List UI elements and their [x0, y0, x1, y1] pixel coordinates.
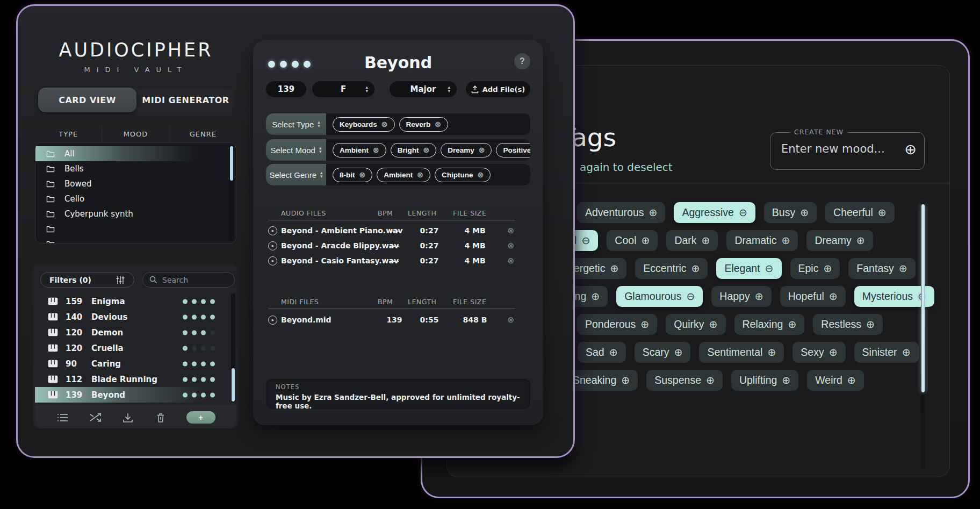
track-row-demon[interactable]: 120 Demon [35, 325, 236, 340]
tag-restless[interactable]: Restless⊕ [813, 314, 883, 335]
tag-uplifting[interactable]: Uplifting⊕ [731, 370, 798, 391]
scrollbar-thumb[interactable] [921, 204, 925, 392]
download-button[interactable] [121, 411, 135, 425]
tag-happy[interactable]: Happy⊕ [711, 286, 771, 307]
remove-file-button[interactable]: ⊗ [507, 241, 514, 250]
remove-icon[interactable]: ⊗ [381, 120, 388, 128]
tag-sinister[interactable]: Sinister⊕ [854, 342, 919, 363]
folder-item-cyberpunk-synth[interactable]: Cyberpunk synth [35, 206, 236, 221]
search-input[interactable] [162, 276, 227, 284]
tag-label: Sexy [801, 346, 824, 359]
play-button[interactable]: ▸ [268, 256, 277, 266]
select-mood-dropdown[interactable]: Select Mood ▴▾ [266, 139, 326, 161]
chip-reverb[interactable]: Reverb⊗ [399, 117, 449, 132]
add-track-button[interactable]: + [186, 411, 215, 424]
remove-file-button[interactable]: ⊗ [507, 226, 514, 235]
chip-ambient-genre[interactable]: Ambient⊗ [377, 168, 430, 182]
remove-file-button[interactable]: ⊗ [507, 315, 514, 325]
tag-sneaking[interactable]: Sneaking⊕ [565, 370, 638, 391]
tag-ponderous[interactable]: Ponderous⊕ [577, 314, 657, 335]
folder-item-bells[interactable]: Bells [35, 161, 236, 176]
create-mood-add-button[interactable]: ⊕ [904, 141, 917, 158]
select-type-dropdown[interactable]: Select Type ▴▾ [266, 113, 326, 135]
tag-hopeful[interactable]: Hopeful⊕ [780, 286, 846, 307]
minus-circle-icon: ⊖ [765, 262, 774, 275]
chip-chiptune[interactable]: Chiptune⊗ [435, 168, 491, 182]
tag-eccentric[interactable]: Eccentric⊕ [635, 258, 708, 279]
track-row-blade-running[interactable]: 112 Blade Running [35, 371, 236, 387]
notes-box[interactable]: NOTES Music by Ezra Sandzer-Bell, approv… [266, 379, 530, 409]
tags-scrollbar[interactable] [921, 202, 925, 469]
tag-relaxing[interactable]: Relaxing⊕ [734, 314, 805, 335]
tag-suspense[interactable]: Suspense⊕ [646, 370, 723, 391]
bpm-field[interactable]: 139 [266, 81, 306, 97]
chip-positive[interactable]: Positive⊗ [496, 143, 530, 157]
tag-sexy[interactable]: Sexy⊕ [792, 342, 845, 363]
tag-fantasy[interactable]: Fantasy⊕ [848, 258, 915, 279]
chip-keyboards[interactable]: Keyboards⊗ [333, 117, 395, 132]
folder-item-drone[interactable] [35, 221, 236, 236]
remove-icon[interactable]: ⊗ [435, 120, 441, 128]
tag-busy[interactable]: Busy⊕ [764, 202, 817, 223]
track-row-caring[interactable]: 90 Caring [35, 356, 236, 371]
list-view-button[interactable] [56, 411, 70, 425]
help-button[interactable]: ? [514, 53, 530, 69]
tag-quirky[interactable]: Quirky⊕ [666, 314, 725, 335]
tag-sentimental[interactable]: Sentimental⊕ [699, 342, 784, 363]
tag-scary[interactable]: Scary⊕ [635, 342, 691, 363]
scale-select[interactable]: Major ▴▾ [390, 81, 457, 97]
add-files-button[interactable]: Add File(s) [466, 81, 530, 97]
tag-dark[interactable]: Dark⊕ [666, 230, 718, 251]
play-button[interactable]: ▸ [268, 241, 277, 250]
tag-epic[interactable]: Epic⊕ [790, 258, 840, 279]
remove-icon[interactable]: ⊗ [423, 146, 429, 154]
tag-sad[interactable]: Sad⊕ [578, 342, 626, 363]
track-row-enigma[interactable]: 159 Enigma [35, 293, 236, 309]
filters-button[interactable]: Filters (0) [40, 272, 134, 288]
scale-value: Major [410, 84, 436, 94]
select-genre-dropdown[interactable]: Select Genre ▴▾ [266, 164, 326, 185]
scrollbar-thumb[interactable] [232, 368, 235, 402]
column-genre[interactable]: GENRE [170, 126, 236, 141]
column-mood[interactable]: MOOD [102, 126, 169, 141]
folder-item-bowed[interactable]: Bowed [35, 176, 236, 191]
remove-icon[interactable]: ⊗ [373, 146, 379, 154]
tag-aggressive[interactable]: Aggressive⊖ [674, 202, 755, 223]
folder-item-all[interactable]: All [35, 146, 236, 161]
folder-item-cello[interactable]: Cello [35, 191, 236, 206]
remove-icon[interactable]: ⊗ [477, 170, 484, 179]
tag-dramatic[interactable]: Dramatic⊕ [726, 230, 798, 251]
tag-cheerful[interactable]: Cheerful⊕ [825, 202, 895, 223]
remove-file-button[interactable]: ⊗ [507, 256, 514, 266]
column-type[interactable]: TYPE [35, 126, 102, 141]
tag-cool[interactable]: Cool⊕ [607, 230, 658, 251]
new-mood-input[interactable] [781, 142, 889, 155]
play-button[interactable]: ▸ [268, 226, 277, 235]
track-scrollbar[interactable] [231, 293, 235, 403]
chip-dreamy[interactable]: Dreamy⊗ [441, 143, 492, 157]
energy-dots [183, 314, 215, 319]
delete-button[interactable] [154, 411, 168, 425]
tag-dreamy[interactable]: Dreamy⊕ [806, 230, 873, 251]
play-button[interactable]: ▸ [268, 316, 277, 325]
tag-elegant[interactable]: Elegant⊖ [716, 258, 781, 279]
tag-adventurous[interactable]: Adventurous⊕ [577, 202, 665, 223]
tag-weird[interactable]: Weird⊕ [807, 370, 864, 391]
chip-ambient[interactable]: Ambient⊗ [333, 143, 386, 157]
track-row-beyond[interactable]: 139 Beyond [35, 387, 236, 403]
track-row-devious[interactable]: 140 Devious [35, 309, 236, 325]
remove-icon[interactable]: ⊗ [479, 146, 485, 154]
key-select[interactable]: F ▴▾ [312, 81, 374, 97]
remove-icon[interactable]: ⊗ [417, 170, 423, 179]
tag-glamourous[interactable]: Glamourous⊖ [616, 286, 703, 307]
shuffle-button[interactable] [89, 411, 103, 425]
remove-icon[interactable]: ⊗ [359, 170, 366, 179]
tab-card-view[interactable]: CARD VIEW [38, 88, 136, 112]
folder-scrollbar[interactable] [229, 145, 234, 241]
folder-item-clipped[interactable] [35, 236, 236, 243]
chip-8bit[interactable]: 8-bit⊗ [333, 168, 372, 182]
chip-bright[interactable]: Bright⊗ [391, 143, 436, 157]
scrollbar-thumb[interactable] [230, 146, 233, 181]
tab-midi-generator[interactable]: MIDI GENERATOR [136, 88, 235, 112]
track-row-cruella[interactable]: 120 Cruella [35, 340, 236, 356]
